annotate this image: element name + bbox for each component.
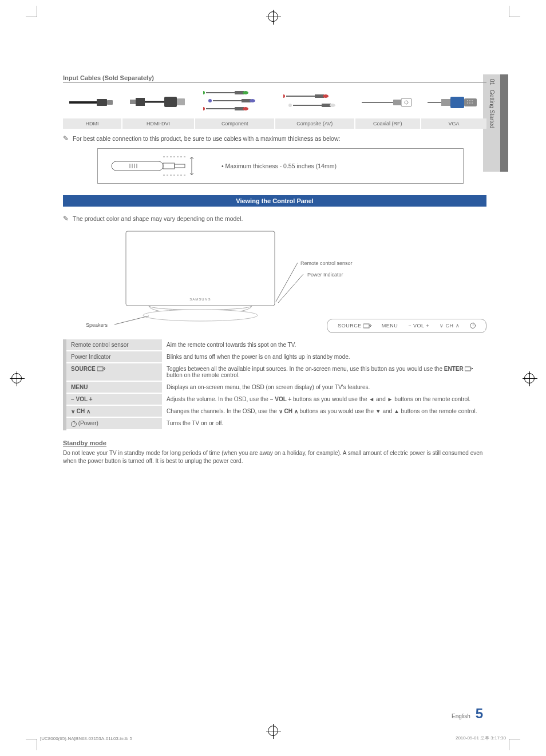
cable-vga-icon (421, 88, 486, 118)
svg-rect-54 (465, 367, 470, 371)
svg-point-10 (243, 91, 248, 94)
svg-rect-7 (177, 98, 185, 105)
svg-rect-6 (164, 97, 177, 107)
registration-mark-icon (524, 373, 535, 383)
note-text: For best cable connection to this produc… (73, 135, 340, 142)
svg-rect-53 (97, 367, 103, 371)
note-best-cable: ✎ For best cable connection to this prod… (63, 134, 486, 143)
callout-remote-sensor: Remote control sensor (300, 260, 353, 266)
svg-rect-21 (322, 104, 331, 107)
svg-rect-29 (450, 97, 464, 108)
crop-mark (509, 6, 520, 17)
cable-label: HDMI-DVI (122, 118, 195, 129)
tv-diagram: SAMSUNG Remote control sensor Power Indi… (63, 228, 486, 331)
control-name: ∨ CH ∧ (65, 405, 162, 417)
svg-rect-1 (97, 99, 107, 106)
power-icon (470, 323, 476, 328)
table-row: − VOL + Adjusts the volume. In the OSD, … (65, 393, 486, 405)
svg-point-19 (323, 94, 329, 98)
svg-rect-37 (112, 161, 163, 171)
svg-rect-12 (242, 99, 251, 102)
svg-point-22 (330, 104, 335, 107)
thickness-text: Maximum thickness - 0.55 inches (14mm) (221, 163, 337, 169)
svg-point-20 (288, 104, 292, 107)
cable-coaxial-icon (355, 88, 421, 118)
cable-composite-icon (275, 88, 355, 118)
table-row: Remote control sensor Aim the remote con… (65, 339, 486, 351)
svg-point-14 (203, 107, 205, 110)
callout-speakers: Speakers (86, 322, 108, 328)
cable-label: VGA (421, 118, 486, 129)
control-name: Remote control sensor (65, 339, 162, 351)
registration-mark-icon (268, 11, 278, 22)
svg-point-32 (469, 100, 470, 101)
svg-point-34 (467, 102, 468, 104)
registration-mark-icon (268, 726, 278, 736)
note-text: The product color and shape may vary dep… (73, 215, 243, 222)
svg-line-50 (278, 274, 303, 303)
control-button-strip: SOURCE MENU − VOL + ∨ CH ∧ (327, 319, 486, 333)
svg-rect-2 (107, 100, 113, 105)
svg-rect-25 (401, 98, 412, 106)
svg-point-17 (283, 94, 285, 98)
svg-point-16 (243, 107, 248, 110)
power-icon (71, 421, 77, 427)
control-desc: Displays an on-screen menu, the OSD (on … (162, 381, 486, 393)
page-number: 5 (476, 706, 483, 721)
cable-label: Component (195, 118, 275, 129)
callout-power-indicator: Power Indicator (307, 272, 343, 278)
standby-body: Do not leave your TV in standby mode for… (63, 449, 486, 465)
print-meta-right: 2010-09-01 오후 3:17:30 (456, 735, 506, 741)
table-row: MENU Displays an on-screen menu, the OSD… (65, 381, 486, 393)
source-icon (363, 323, 371, 329)
svg-rect-42 (163, 163, 175, 169)
crop-mark (26, 739, 37, 750)
control-desc: Aim the remote control towards this spot… (162, 339, 486, 351)
crop-mark (509, 739, 520, 750)
control-name: − VOL + (65, 393, 162, 405)
section-banner: Viewing the Control Panel (63, 195, 486, 207)
svg-rect-4 (136, 98, 145, 106)
svg-point-13 (250, 99, 255, 102)
standby-heading: Standby mode (63, 440, 106, 447)
cable-hdmi-icon (63, 88, 122, 118)
side-tab-title: Getting Started (489, 90, 495, 128)
strip-vol: − VOL + (408, 323, 429, 328)
registration-mark-icon (11, 373, 22, 383)
source-icon (97, 366, 105, 372)
svg-rect-52 (363, 324, 369, 328)
cable-hdmi-dvi-icon (122, 88, 195, 118)
control-desc: Toggles between all the available input … (162, 363, 486, 381)
thickness-box: Maximum thickness - 0.55 inches (14mm) (97, 148, 464, 184)
cables-heading: Input Cables (Sold Separately) (63, 74, 486, 83)
cable-thickness-icon (107, 155, 199, 177)
svg-point-36 (472, 102, 473, 104)
crop-mark (26, 6, 37, 17)
svg-text:SAMSUNG: SAMSUNG (189, 298, 211, 301)
note-icon: ✎ (63, 134, 69, 143)
note-product-color: ✎ The product color and shape may vary d… (63, 215, 486, 223)
svg-point-26 (405, 101, 408, 104)
cable-label: Composite (AV) (275, 118, 355, 129)
svg-rect-24 (393, 100, 401, 105)
svg-point-48 (143, 310, 258, 321)
table-row: SOURCE Toggles between all the available… (65, 363, 486, 381)
svg-point-33 (472, 100, 473, 101)
control-desc: Adjusts the volume. In the OSD, use the … (162, 393, 486, 405)
svg-rect-9 (235, 91, 244, 94)
svg-rect-28 (441, 99, 450, 106)
table-row: (Power) Turns the TV on or off. (65, 417, 486, 429)
svg-rect-30 (464, 98, 477, 106)
strip-ch: ∨ CH ∧ (440, 323, 460, 328)
cable-label: HDMI (63, 118, 122, 129)
control-name: MENU (65, 381, 162, 393)
side-tab-accent (500, 74, 508, 172)
page-footer: English 5 (452, 706, 483, 722)
side-tab-number: 01 (489, 79, 495, 85)
cable-table: HDMI HDMI-DVI Component Composite (AV) C… (63, 88, 486, 129)
control-name: Power Indicator (65, 351, 162, 363)
svg-rect-15 (235, 107, 244, 110)
cable-component-icon (195, 88, 275, 118)
svg-point-31 (467, 100, 468, 101)
control-name: (Power) (65, 417, 162, 429)
